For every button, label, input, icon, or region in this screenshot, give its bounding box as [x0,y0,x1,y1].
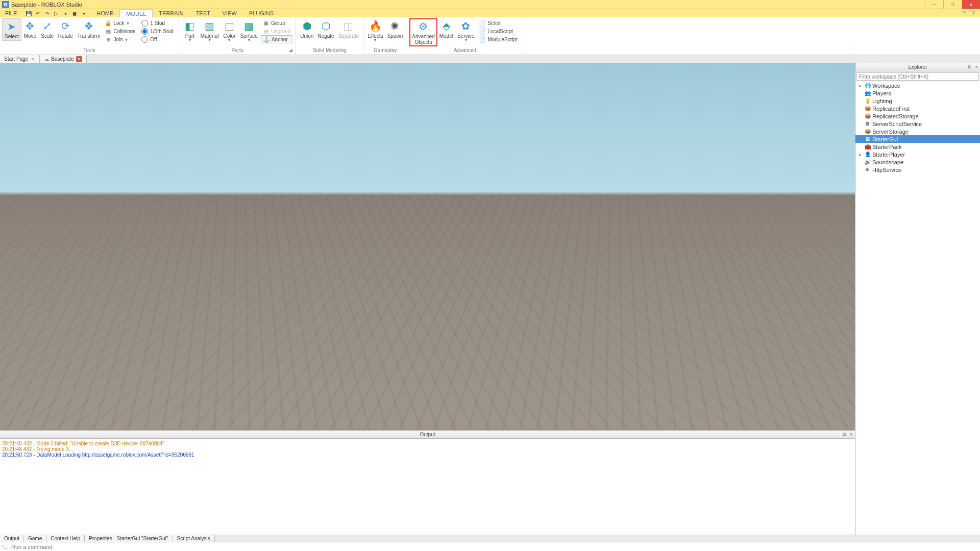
part-button[interactable]: ◧Part▾ [181,18,199,43]
tree-item-workspace[interactable]: ▸🌐Workspace [855,82,980,89]
tree-item-soundscape[interactable]: 🔊Soundscape [855,158,980,166]
tab-model[interactable]: MODEL [119,9,153,17]
ungroup-button[interactable]: ▤Ungroup [261,27,292,35]
effects-button[interactable]: 🔥Effects▾ [365,18,385,43]
separate-button[interactable]: ◫Separate [336,18,361,40]
tree-item-label: ServerStorage [872,129,909,135]
tree-item-serverscriptservice[interactable]: ⚙ServerScriptService [855,120,980,128]
popout-icon[interactable]: ⧉ [968,64,971,70]
service-button[interactable]: ✿Service▾ [455,18,476,43]
tree-item-players[interactable]: 👥Players [855,89,980,97]
popout-icon[interactable]: ⧉ [843,432,846,437]
play-icon[interactable]: ▷ [53,10,60,17]
close-panel-icon[interactable]: × [975,64,978,70]
union-button[interactable]: ⬢Union [298,18,315,40]
tab-terrain[interactable]: TERRAIN [153,9,189,17]
tree-item-label: Workspace [872,83,900,89]
tree-item-startergui[interactable]: 🖥StarterGui [855,135,980,143]
qat-item-icon[interactable]: ◼ [71,10,78,17]
localscript-button[interactable]: 📄LocalScript [477,27,519,35]
document-tabs: Start Page × ☁ Baseplate × [0,55,980,63]
move-button[interactable]: ✥Move [21,18,39,40]
color-button[interactable]: ▢Color▾ [220,18,238,43]
join-button[interactable]: ⊕Join▾ [103,35,137,43]
expand-icon[interactable]: ▸ [857,83,863,88]
surface-button[interactable]: ▩Surface▾ [238,18,259,43]
btab-game[interactable]: Game [24,535,46,542]
negate-button[interactable]: ⬡Negate [315,18,336,40]
material-icon: ▨ [203,19,216,33]
spawn-button[interactable]: ✺Spawn [385,18,405,40]
output-line: 20:21:50.723 - DataModel Loading http://… [2,452,853,458]
redo-icon[interactable]: ↷ [43,10,51,17]
doctab-start-page[interactable]: Start Page × [0,55,40,63]
tree-item-starterpack[interactable]: 🧰StarterPack [855,143,980,151]
close-tab-icon[interactable]: × [76,56,82,62]
localscript-icon: 📄 [479,28,485,34]
command-input[interactable] [9,542,980,551]
qat-dropdown2-icon[interactable]: ▾ [80,10,87,17]
anchor-button[interactable]: ⚓Anchor [261,35,292,43]
script-button[interactable]: 📄Script [477,19,519,27]
rotate-button[interactable]: ⟳Rotate [56,18,75,40]
tab-home[interactable]: HOME [90,9,119,17]
lock-button[interactable]: 🔒Lock▾ [103,19,137,27]
tree-item-icon: 📦 [864,128,871,135]
model-button[interactable]: ⬘Model [437,18,455,40]
parts-launcher-icon[interactable]: ◢ [289,47,292,53]
snap-1stud-radio[interactable]: 1 Stud [139,19,176,27]
scale-button[interactable]: ⤢Scale [39,18,56,40]
tree-item-icon: 💡 [864,97,871,104]
file-menu[interactable]: FILE [0,9,22,17]
tab-test[interactable]: TEST [190,9,216,17]
undo-icon[interactable]: ↶ [34,10,41,17]
modulescript-button[interactable]: 📄ModuleScript [477,35,519,43]
close-tab-icon[interactable]: × [30,57,35,62]
transform-button[interactable]: ❖Transform [75,18,102,40]
tree-item-lighting[interactable]: 💡Lighting [855,97,980,105]
save-icon[interactable]: 💾 [25,10,32,17]
tree-item-replicatedfirst[interactable]: 📦ReplicatedFirst [855,105,980,112]
title-bar: R Baseplate - ROBLOX Studio — ❐ ✕ [0,0,980,9]
bottom-panel-tabs: Output Game Context Help Properties - St… [0,535,980,542]
explorer-filter-input[interactable] [856,72,979,81]
collisions-icon: ▦ [105,28,111,34]
close-button[interactable]: ✕ [962,0,980,9]
qat-dropdown-icon[interactable]: ▾ [62,10,69,17]
tree-item-serverstorage[interactable]: 📦ServerStorage [855,128,980,135]
btab-output[interactable]: Output [0,535,24,542]
output-panel: Output ⧉ × 20:21:48.432 - Mode 2 failed:… [0,430,855,535]
btab-properties[interactable]: Properties - StarterGui "StarterGui" [85,535,173,542]
output-body[interactable]: 20:21:48.432 - Mode 2 failed: "Unable to… [0,439,855,535]
btab-context-help[interactable]: Context Help [46,535,85,542]
collapse-ribbon-icon[interactable]: ^ [961,10,968,17]
advanced-objects-button[interactable]: ⚙Advanced Objects [409,18,437,46]
union-icon: ⬢ [300,19,313,33]
tab-view[interactable]: VIEW [216,9,243,17]
explorer-tree[interactable]: ▸🌐Workspace👥Players💡Lighting📦ReplicatedF… [855,82,980,535]
snap-off-radio[interactable]: Off [139,35,176,43]
tree-item-icon: 📦 [864,105,871,112]
tab-plugins[interactable]: PLUGINS [243,9,280,17]
group-button[interactable]: ▣Group [261,19,292,27]
snap-fifth-radio[interactable]: 1/5th Stud [139,27,176,35]
command-icon: ›_ [1,543,8,550]
select-button[interactable]: ➤Select [2,18,21,41]
btab-script-analysis[interactable]: Script Analysis [173,535,215,542]
maximize-button[interactable]: ❐ [943,0,962,9]
ribbon-group-tools: ➤Select ✥Move ⤢Scale ⟳Rotate ❖Transform … [0,17,179,55]
help-icon[interactable]: ? [970,10,977,17]
tree-item-replicatedstorage[interactable]: 📦ReplicatedStorage [855,112,980,120]
doctab-baseplate[interactable]: ☁ Baseplate × [40,55,86,63]
group-icon: ▣ [263,20,269,26]
command-bar: ›_ [0,542,980,551]
minimize-button[interactable]: — [925,0,943,9]
3d-viewport[interactable] [0,63,855,430]
expand-icon[interactable]: ▸ [857,152,863,157]
tree-item-httpservice[interactable]: ≡HttpService [855,166,980,173]
close-panel-icon[interactable]: × [850,432,853,437]
tree-item-starterplayer[interactable]: ▸👤StarterPlayer [855,151,980,158]
collisions-button[interactable]: ▦Collisions [103,27,137,35]
tree-item-icon: ≡ [864,166,871,173]
material-button[interactable]: ▨Material▾ [199,18,221,43]
